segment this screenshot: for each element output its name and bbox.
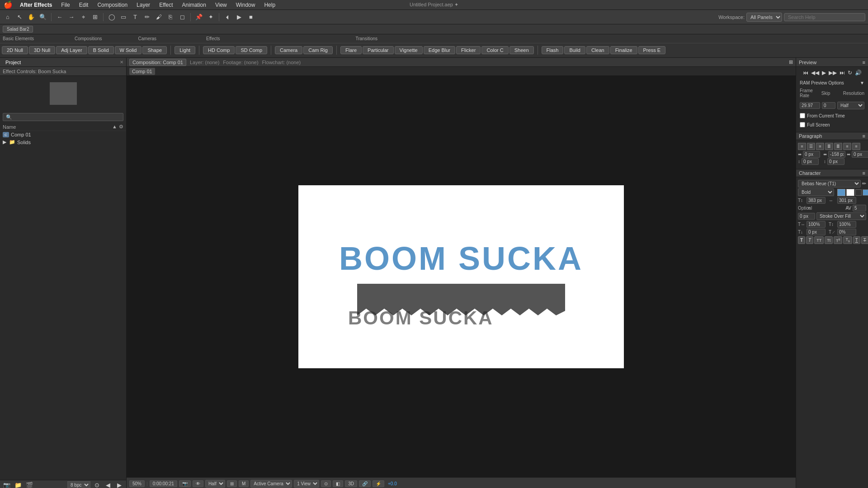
new-comp-btn[interactable]: 🎬 — [24, 480, 34, 488]
preset-tab-saladbar[interactable]: Salad Bar2 — [3, 26, 33, 33]
align-left-btn[interactable]: ≡ — [798, 143, 806, 150]
from-current-checkbox[interactable] — [800, 113, 805, 118]
settings-icon[interactable]: ⚙ — [119, 124, 123, 130]
puppet-tool[interactable]: ✦ — [206, 12, 216, 22]
home-btn[interactable]: ⌂ — [3, 12, 13, 22]
stroke-fill-select[interactable]: Stroke Over Fill — [816, 212, 866, 220]
btn-sdcomp[interactable]: SD Comp — [236, 46, 267, 54]
align-justify-right-btn[interactable]: ≡ — [843, 143, 851, 150]
stroke-color-swatch[interactable] — [846, 189, 854, 196]
ram-preview-expand-icon[interactable]: ▼ — [860, 80, 864, 85]
character-expand[interactable]: ≡ — [863, 170, 865, 176]
project-search-input[interactable] — [3, 113, 123, 121]
text-underline-btn[interactable]: T — [853, 236, 860, 244]
text-strike-btn[interactable]: T — [861, 236, 868, 244]
align-justify-btn[interactable]: ≣ — [825, 143, 833, 150]
btn-wsolid[interactable]: W Solid — [115, 46, 142, 54]
btn-light[interactable]: Light — [175, 46, 195, 54]
character-tab[interactable]: Character — [799, 170, 821, 176]
text-sub-btn[interactable]: Ts — [843, 236, 852, 244]
preview-last-btn[interactable]: ⏭ — [839, 69, 846, 77]
pencil-icon[interactable]: ✏ — [862, 181, 866, 187]
btn-shape[interactable]: Shape — [142, 46, 167, 54]
btn-particular[interactable]: Particular — [363, 46, 393, 54]
text-tool[interactable]: T — [130, 12, 140, 22]
viewer-view-select[interactable]: 1 View — [294, 480, 319, 488]
panel-close-btn[interactable]: ✕ — [120, 60, 123, 65]
btn-edgeblur[interactable]: Edge Blur — [424, 46, 455, 54]
para-input2[interactable] — [828, 151, 845, 158]
preview-loop-btn[interactable]: ↻ — [847, 69, 853, 77]
apple-menu[interactable]: 🍎 — [4, 0, 13, 9]
prev-btn[interactable]: ⏴ — [222, 12, 232, 22]
btn-build[interactable]: Build — [564, 46, 585, 54]
btn-camera[interactable]: Camera — [275, 46, 302, 54]
vert-scale-input[interactable] — [837, 221, 856, 228]
menu-animation[interactable]: Animation — [180, 2, 208, 8]
preview-tab[interactable]: Preview — [799, 60, 816, 65]
align-right-btn[interactable]: ≡ — [816, 143, 824, 150]
btn-presse[interactable]: Press E — [638, 46, 666, 54]
btn-colorc[interactable]: Color C — [481, 46, 508, 54]
btn-hdcomp[interactable]: HD Comp — [203, 46, 235, 54]
text-bold-btn[interactable]: T — [798, 236, 805, 244]
viewer-camera-select[interactable]: Active Camera — [250, 480, 292, 488]
paint-tool[interactable]: 🖌 — [154, 12, 164, 22]
project-tab[interactable]: Project — [3, 60, 24, 65]
comp-viewer[interactable]: BOOM SUCKA BOOM SUCKA — [127, 76, 796, 477]
extra-swatch2[interactable] — [863, 189, 868, 196]
text-super-btn[interactable]: Ts — [834, 236, 842, 244]
workspace-select[interactable]: All Panels — [746, 13, 782, 22]
stop-btn[interactable]: ■ — [246, 12, 256, 22]
stamp-tool[interactable]: ⎘ — [165, 12, 175, 22]
text-smallcaps-btn[interactable]: Tt — [825, 236, 833, 244]
paragraph-tab[interactable]: Paragraph — [799, 133, 822, 139]
color-mgmt-btn[interactable]: ⊙ — [92, 480, 102, 488]
viewer-render[interactable]: ⊙ — [321, 480, 331, 487]
paragraph-expand[interactable]: ≡ — [863, 133, 865, 139]
menu-file[interactable]: File — [59, 2, 71, 8]
pin-tool[interactable]: 📌 — [194, 12, 204, 22]
btn-2dnull[interactable]: 2D Null — [2, 46, 28, 54]
para-input4[interactable] — [802, 158, 819, 165]
pen-tool[interactable]: ✏ — [142, 12, 152, 22]
preview-first-btn[interactable]: ⏮ — [802, 69, 809, 77]
frame-rate-input[interactable] — [800, 102, 820, 109]
btn-camrig[interactable]: Cam Rig — [303, 46, 333, 54]
menu-edit[interactable]: Edit — [77, 2, 90, 8]
btn-sheen[interactable]: Sheen — [509, 46, 534, 54]
zoom-tool[interactable]: 🔍 — [38, 12, 48, 22]
snap-btn[interactable]: ⌖ — [78, 12, 88, 22]
para-input3[interactable] — [852, 151, 868, 158]
viewer-zoom-btn[interactable]: 50% — [129, 480, 145, 487]
viewer-quality-select[interactable]: Half — [205, 480, 225, 488]
project-item-solids[interactable]: ▶ 📁 Solids — [0, 138, 126, 146]
menu-effect[interactable]: Effect — [157, 2, 175, 8]
font-name-select[interactable]: Bebas Neue (T1) — [798, 180, 861, 188]
font-size-input[interactable] — [807, 197, 826, 204]
viewer-3d[interactable]: 3D — [345, 480, 357, 487]
resolution-select[interactable]: Half — [837, 102, 864, 109]
preview-expand[interactable]: ≡ — [863, 60, 865, 65]
effect-controls-tab[interactable]: Effect Controls: Boom Sucka — [0, 67, 126, 76]
tracking-input[interactable] — [837, 197, 856, 204]
cursor-tool[interactable]: ↖ — [14, 12, 24, 22]
play-btn[interactable]: ▶ — [234, 12, 244, 22]
text-allcaps-btn[interactable]: TT — [814, 236, 824, 244]
grid-btn[interactable]: ⊞ — [90, 12, 100, 22]
btn-flash[interactable]: Flash — [542, 46, 564, 54]
align-justify-left-btn[interactable]: ≡ — [852, 143, 860, 150]
hand-tool[interactable]: ✋ — [26, 12, 36, 22]
menu-help[interactable]: Help — [262, 2, 277, 8]
menu-layer[interactable]: Layer — [135, 2, 152, 8]
para-input5[interactable] — [827, 158, 844, 165]
panel-expand-icon[interactable]: ⊞ — [789, 59, 793, 65]
btn-finalize[interactable]: Finalize — [610, 46, 637, 54]
comp-tab[interactable]: Comp 01 — [129, 68, 155, 75]
full-screen-checkbox[interactable] — [800, 122, 805, 127]
sort-icon[interactable]: ▲ — [112, 124, 117, 130]
viewer-sync[interactable]: 🔗 — [359, 480, 371, 487]
eraser-tool[interactable]: ◻ — [177, 12, 187, 22]
btn-adjlayer[interactable]: Adj Layer — [56, 46, 87, 54]
search-help-input[interactable] — [784, 13, 865, 21]
